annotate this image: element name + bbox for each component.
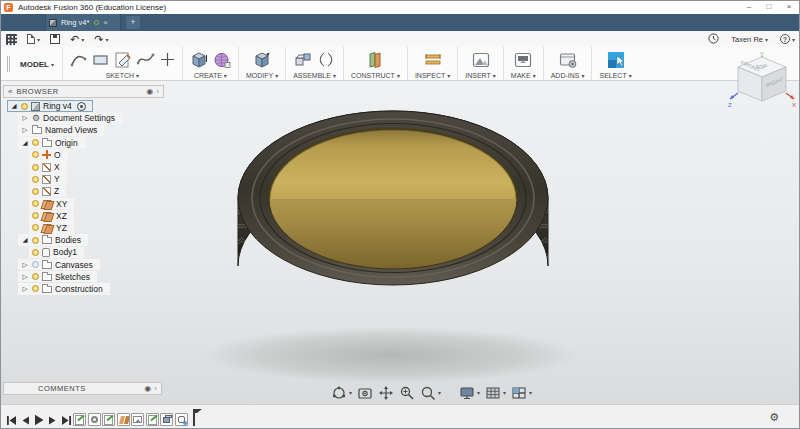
look-at-button[interactable] — [357, 385, 373, 401]
step-back-button[interactable] — [21, 412, 30, 429]
browser-item-origin[interactable]: ◢Origin — [3, 137, 164, 149]
tree-row-chip[interactable]: XY — [29, 198, 74, 210]
help-menu-button[interactable]: ? ▾ — [780, 34, 795, 44]
skip-to-end-button[interactable] — [61, 412, 72, 429]
point-tool-button[interactable] — [160, 52, 175, 67]
browser-item-yz[interactable]: YZ — [3, 222, 164, 234]
browser-item-z[interactable]: Z — [3, 185, 164, 197]
expand-chevron-icon[interactable]: › — [156, 87, 159, 96]
measure-button[interactable] — [424, 52, 442, 67]
extrude-button[interactable] — [190, 51, 208, 69]
collapse-triangle-icon[interactable]: ◢ — [21, 236, 29, 244]
file-menu-button[interactable]: ▾ — [27, 34, 40, 44]
tree-row-chip[interactable]: ▷Named Views — [18, 125, 104, 137]
comments-header[interactable]: COMMENTS ◉ › — [3, 382, 162, 395]
tree-row-chip[interactable]: Y — [29, 173, 67, 185]
tree-row-chip[interactable]: XZ — [29, 210, 74, 222]
close-button[interactable]: × — [779, 1, 799, 13]
viewports-button[interactable]: ▾ — [511, 385, 532, 401]
zoom-window-button[interactable]: ▾ — [420, 385, 441, 401]
panel-label-construct[interactable]: CONSTRUCT▾ — [351, 72, 400, 79]
browser-item-x[interactable]: X — [3, 161, 164, 173]
browser-item-bodies[interactable]: ◢Bodies — [3, 234, 164, 246]
tree-row-chip[interactable]: Z — [29, 186, 66, 198]
visibility-bulb-icon[interactable] — [32, 273, 39, 280]
maximize-button[interactable]: □ — [759, 1, 779, 13]
panel-label-select[interactable]: SELECT▾ — [599, 72, 631, 79]
collapse-triangle-icon[interactable]: ◢ — [21, 139, 29, 147]
visibility-bulb-icon[interactable] — [32, 139, 39, 146]
timeline-feature-sketch[interactable] — [146, 413, 159, 426]
visibility-bulb-icon[interactable] — [32, 261, 39, 268]
panel-label-create[interactable]: CREATE▾ — [194, 72, 227, 79]
browser-item-canvases[interactable]: ▷Canvases — [3, 258, 164, 270]
visibility-bulb-icon[interactable] — [32, 176, 39, 183]
app-grid-icon[interactable] — [6, 34, 17, 45]
play-button[interactable] — [34, 412, 44, 429]
browser-item-construction[interactable]: ▷Construction — [3, 283, 164, 295]
visibility-bulb-icon[interactable] — [32, 188, 39, 195]
browser-item-body1[interactable]: Body1 — [3, 246, 164, 258]
collapse-panel-icon[interactable]: « — [8, 87, 12, 97]
visibility-bulb-icon[interactable] — [32, 164, 39, 171]
browser-item-document-settings[interactable]: ▷⚙Document Settings — [3, 112, 164, 124]
create-form-button[interactable] — [213, 51, 231, 69]
expand-triangle-icon[interactable]: ▷ — [21, 273, 29, 281]
select-button[interactable] — [607, 51, 625, 69]
create-sketch-button[interactable] — [114, 51, 132, 69]
timeline-feature-extrude[interactable] — [160, 413, 173, 426]
visibility-bulb-icon[interactable] — [32, 285, 39, 292]
arc-tool-button[interactable] — [70, 51, 87, 68]
expand-triangle-icon[interactable]: ▷ — [21, 261, 29, 269]
undo-button[interactable]: ↶ ▾ — [70, 34, 84, 44]
browser-item-ring-v4[interactable]: ◢Ring v4 — [3, 100, 164, 112]
press-pull-button[interactable] — [253, 51, 271, 69]
step-forward-button[interactable] — [48, 412, 57, 429]
visibility-bulb-icon[interactable] — [32, 237, 39, 244]
expand-triangle-icon[interactable]: ▷ — [21, 126, 29, 134]
motion-study-button[interactable] — [318, 51, 334, 68]
browser-item-y[interactable]: Y — [3, 173, 164, 185]
tree-row-chip[interactable]: ▷Sketches — [18, 271, 97, 283]
browser-header[interactable]: « BROWSER ◉ › — [3, 85, 164, 98]
browser-item-sketches[interactable]: ▷Sketches — [3, 271, 164, 283]
tree-row-chip[interactable]: Body1 — [29, 247, 84, 259]
panel-label-insert[interactable]: INSERT▾ — [465, 72, 496, 79]
construct-plane-button[interactable] — [366, 51, 384, 69]
addins-button[interactable] — [559, 52, 577, 68]
new-tab-button[interactable]: + — [126, 16, 140, 29]
joint-button[interactable] — [295, 51, 313, 68]
panel-label-modify[interactable]: MODIFY▾ — [246, 72, 278, 79]
pan-button[interactable] — [378, 385, 394, 401]
tree-row-chip[interactable]: ▷Construction — [18, 283, 110, 295]
timeline-feature-revolve[interactable] — [88, 413, 101, 426]
job-status-button[interactable] — [708, 30, 719, 48]
orbit-button[interactable]: ▾ — [331, 385, 352, 401]
timeline-feature-construction-plane[interactable] — [117, 413, 130, 426]
browser-item-xy[interactable]: XY — [3, 198, 164, 210]
spline-tool-button[interactable] — [137, 51, 155, 68]
panel-label-sketch[interactable]: SKETCH▾ — [106, 72, 139, 79]
browser-item-xz[interactable]: XZ — [3, 210, 164, 222]
tree-row-chip[interactable]: YZ — [29, 222, 74, 234]
grid-settings-button[interactable]: ▾ — [485, 385, 506, 401]
save-button[interactable] — [50, 34, 60, 44]
visibility-bulb-icon[interactable] — [32, 200, 39, 207]
timeline-playhead[interactable] — [193, 409, 195, 426]
tree-row-chip[interactable]: ◢Bodies — [18, 234, 88, 246]
tree-row-chip[interactable]: ◢Ring v4 — [7, 100, 93, 112]
tree-row-chip[interactable]: ▷Canvases — [18, 259, 100, 271]
collapse-triangle-icon[interactable]: ◢ — [10, 102, 18, 110]
visibility-bulb-icon[interactable] — [32, 224, 39, 231]
visibility-bulb-icon[interactable] — [21, 103, 28, 110]
user-menu-button[interactable]: Taxen Re ▾ — [731, 35, 768, 44]
tree-row-chip[interactable]: ◢Origin — [18, 137, 85, 149]
panel-label-make[interactable]: MAKE▾ — [511, 72, 536, 79]
redo-button[interactable]: ↷ ▾ — [94, 34, 108, 44]
tree-row-chip[interactable]: ▷⚙Document Settings — [18, 113, 122, 125]
make-button[interactable] — [514, 52, 532, 68]
minimize-button[interactable]: – — [739, 1, 759, 13]
panel-label-addins[interactable]: ADD-INS▾ — [551, 72, 585, 79]
visibility-bulb-icon[interactable] — [32, 212, 39, 219]
tab-ring-v4[interactable]: Ring v4* × — [45, 14, 121, 31]
